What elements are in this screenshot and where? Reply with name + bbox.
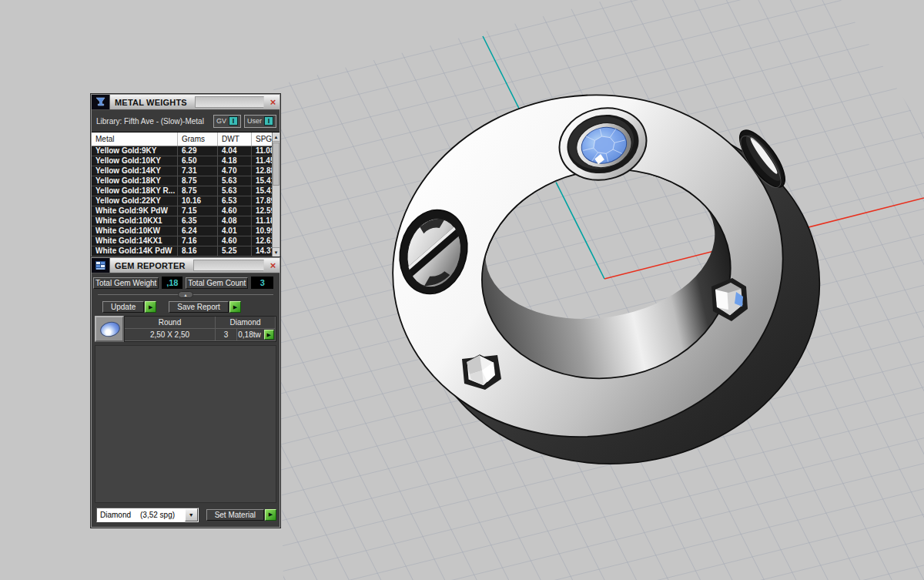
table-scrollbar[interactable]: ▲ ▼ xyxy=(272,132,280,256)
total-gem-count-label: Total Gem Count xyxy=(186,277,248,289)
material-dropdown-spg: (3,52 spg) xyxy=(140,511,175,519)
gem-shape-cell: Round xyxy=(125,317,216,329)
column-header-grams[interactable]: Grams xyxy=(178,132,218,146)
table-row[interactable]: White Gold:14KX17.164.6012.61 xyxy=(92,236,280,246)
play-icon[interactable]: ▶ xyxy=(229,301,241,313)
total-gem-weight-value: ,18 xyxy=(162,277,182,289)
metal-weights-panel: METAL WEIGHTS × Library: Fifth Ave - (Sl… xyxy=(91,94,280,256)
library-label: Library: Fifth Ave - (Slow)-Metal xyxy=(96,117,210,126)
total-gem-weight-label: Total Gem Weight xyxy=(93,277,159,289)
chevron-down-icon[interactable]: ▼ xyxy=(185,508,198,521)
table-row[interactable]: White Gold:10KX16.354.0811.18 xyxy=(92,216,280,226)
material-bar: Diamond (3,52 spg) ▼ Set Material ▶ xyxy=(92,506,280,527)
table-row[interactable]: Yellow Gold:14KY7.314.7012.88 xyxy=(92,166,280,176)
action-buttons-row: Update ▶ Save Report ▶ xyxy=(102,301,280,313)
scroll-up-icon[interactable]: ▲ xyxy=(273,132,280,142)
scroll-down-icon[interactable]: ▼ xyxy=(273,247,280,256)
collapse-button[interactable]: ▲ xyxy=(178,291,193,298)
gem-reporter-panel: GEM REPORTER × Total Gem Weight ,18 Tota… xyxy=(91,257,280,528)
gem-reporter-icon xyxy=(92,258,110,273)
construction-grid xyxy=(273,0,924,580)
table-row[interactable]: White Gold:10KW6.244.0110.99 xyxy=(92,226,280,236)
close-icon[interactable]: × xyxy=(266,258,280,273)
user-indicator: I xyxy=(264,116,273,126)
table-row[interactable]: Yellow Gold:22KY10.166.5317.89 xyxy=(92,196,280,206)
scrollbar-thumb[interactable] xyxy=(273,142,280,186)
totals-row: Total Gem Weight ,18 Total Gem Count 3 xyxy=(93,277,278,289)
play-icon[interactable]: ▶ xyxy=(264,330,274,340)
column-header-dwt[interactable]: DWT xyxy=(218,132,252,146)
metal-weights-table: Metal Grams DWT SPG Yellow Gold:9KY6.294… xyxy=(92,132,280,256)
metal-weights-titlebar[interactable]: METAL WEIGHTS × xyxy=(92,95,280,110)
play-icon[interactable]: ▶ xyxy=(265,509,276,521)
titlebar-spacer xyxy=(195,96,264,108)
gem-count-cell: 3 xyxy=(216,329,237,341)
application-window: METAL WEIGHTS × Library: Fifth Ave - (Sl… xyxy=(0,0,924,580)
metal-weights-icon xyxy=(92,95,110,109)
gem-thumbnail xyxy=(95,316,124,342)
gem-image xyxy=(99,320,122,339)
update-button[interactable]: Update ▶ xyxy=(102,301,156,313)
user-toggle-button[interactable]: User I xyxy=(244,115,276,128)
gem-summary-row[interactable]: Round Diamond 2,50 X 2,50 3 0,18tw ▶ xyxy=(95,316,276,342)
total-gem-count-value: 3 xyxy=(251,277,273,289)
close-icon[interactable]: × xyxy=(266,95,280,109)
material-dropdown[interactable]: Diamond (3,52 spg) ▼ xyxy=(96,508,199,522)
gv-indicator: I xyxy=(229,116,238,126)
column-header-metal[interactable]: Metal xyxy=(92,132,178,146)
table-row[interactable]: Yellow Gold:18KY R...8.755.6315.41 xyxy=(92,186,280,196)
play-icon[interactable]: ▶ xyxy=(145,301,156,313)
table-row[interactable]: Yellow Gold:10KY6.504.1811.45 xyxy=(92,156,280,166)
table-row[interactable]: White Gold:14K PdW8.165.2514.37 xyxy=(92,246,280,256)
gem-material-cell: Diamond xyxy=(216,317,276,329)
table-row[interactable]: White Gold:9K PdW7.154.6012.59 xyxy=(92,206,280,216)
gem-list-area[interactable] xyxy=(95,345,276,503)
set-material-button[interactable]: Set Material ▶ xyxy=(206,509,276,521)
save-report-button[interactable]: Save Report ▶ xyxy=(169,301,241,313)
panel-title: METAL WEIGHTS xyxy=(110,95,192,109)
gem-summary-table: Round Diamond 2,50 X 2,50 3 0,18tw ▶ xyxy=(124,316,276,342)
table-row[interactable]: Yellow Gold:18KY8.755.6315.41 xyxy=(92,176,280,186)
table-row[interactable]: Yellow Gold:9KY6.294.0411.08 xyxy=(92,146,280,156)
gv-toggle-button[interactable]: GV I xyxy=(213,115,241,128)
gem-weight-cell: 0,18tw ▶ xyxy=(237,329,276,341)
panel-title: GEM REPORTER xyxy=(110,258,191,273)
library-row: Library: Fifth Ave - (Slow)-Metal GV I U… xyxy=(92,110,280,132)
titlebar-spacer xyxy=(193,260,264,271)
gem-size-cell: 2,50 X 2,50 xyxy=(125,329,216,341)
gem-reporter-titlebar[interactable]: GEM REPORTER × xyxy=(92,258,280,273)
table-header: Metal Grams DWT SPG xyxy=(92,132,280,146)
collapse-divider: ▲ xyxy=(98,290,273,299)
material-dropdown-value: Diamond xyxy=(97,511,131,519)
